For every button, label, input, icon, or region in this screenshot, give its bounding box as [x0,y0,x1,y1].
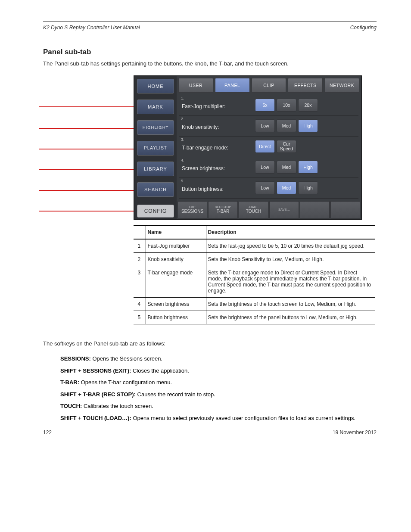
opt-5x[interactable]: 5x [255,99,275,112]
sidebar-search[interactable]: SEARCH [137,182,174,197]
th-desc: Description [206,225,375,239]
screenshot-figure: HOME MARK HIGHLIGHT PLAYLIST LIBRARY SEA… [121,75,362,220]
opt-med[interactable]: Med [277,119,296,132]
cell-num: 5 [134,311,146,324]
row-number: 5. [181,179,184,183]
softkey-text: Causes the record train to stop. [137,391,215,398]
opt-cur-speed[interactable]: Cur Speed [277,140,296,153]
softkey-sessions[interactable]: EXIT SESSIONS [177,201,207,218]
section-panel-subtab: Panel sub-tab The Panel sub-tab has sett… [43,48,377,68]
cell-num: 1 [134,239,146,253]
page-number: 122 [43,429,52,436]
opt-20x[interactable]: 20x [298,99,318,112]
cell-num: 3 [134,266,146,297]
opt-med[interactable]: Med [277,161,296,174]
sidebar-config[interactable]: CONFIG [137,205,174,218]
cell-desc: Sets the brightness of the panel buttons… [206,311,375,324]
settings-rows: 1. Fast-Jog multiplier: 5x 10x 20x 2. Kn… [179,95,358,199]
softkey-item: SHIFT + TOUCH (LOAD…): Opens menu to sel… [60,414,377,422]
softkey-text: Opens menu to select previously saved us… [133,415,355,421]
th-num [134,225,146,239]
softkey-tiny: SAVE… [278,208,290,212]
opt-direct[interactable]: Direct [255,140,275,153]
softkey-tbar[interactable]: REC STOP T-BAR [208,201,238,218]
sidebar-highlight[interactable]: HIGHLIGHT [137,120,174,135]
softkey-item: T-BAR: Opens the T-bar configuration men… [60,379,377,386]
softkey-text: Closes the application. [133,367,189,374]
softkey-touch[interactable]: LOAD… TOUCH [239,201,268,218]
row-number: 3. [181,137,184,142]
softkey-main: T-BAR [217,209,229,214]
row-screen-bright: 4. Screen brightness: Low Med High [179,157,358,178]
opt-low[interactable]: Low [255,181,275,194]
opt-10x[interactable]: 10x [277,99,296,112]
row-number: 4. [181,158,184,162]
running-head-left: K2 Dyno S Replay Controller User Manual [43,25,140,31]
tab-clip[interactable]: CLIP [252,78,286,93]
softkey-blank1[interactable] [300,201,330,218]
sidebar-mark[interactable]: MARK [137,100,174,114]
softkey-text: Opens the Sessions screen. [92,355,162,362]
sidebar-library[interactable]: LIBRARY [137,162,174,176]
table-row: 1 Fast-Jog multiplier Sets the fast-jog … [134,239,375,253]
softkey-label: T-BAR: [60,379,79,386]
row-knob-sens: 2. Knob sensitivity: Low Med High [179,116,358,137]
softkey-save[interactable]: SAVE… [269,201,299,218]
softkey-text: Calibrates the touch screen. [84,403,153,409]
cell-desc: Sets the Knob Sensitivity to Low, Medium… [206,252,375,266]
running-head-right: Configuring [350,25,377,31]
opt-high[interactable]: High [298,181,318,194]
sidebar-playlist[interactable]: PLAYLIST [137,141,174,156]
opt-med[interactable]: Med [277,181,296,194]
opt-high[interactable]: High [298,161,318,174]
row-button-bright: 5. Button brightness: Low Med High [179,178,358,199]
softkey-label: SHIFT + TOUCH (LOAD…): [60,415,131,421]
softkey-tiny: LOAD… [248,205,260,209]
softkey-blank2[interactable] [330,201,360,218]
cell-desc: Sets the T-bar engage mode to Direct or … [206,266,375,297]
opt-high[interactable]: High [298,119,318,132]
cell-desc: Sets the fast-jog speed to be 5, 10 or 2… [206,239,375,253]
bottom-softkeys: EXIT SESSIONS REC STOP T-BAR LOAD… TOUCH… [177,201,360,218]
softkey-label: SHIFT + SESSIONS (EXIT): [60,367,131,374]
tab-network[interactable]: NETWORK [324,78,359,93]
settings-table: Name Description 1 Fast-Jog multiplier S… [134,225,375,324]
cell-desc: Sets the brightness of the touch screen … [206,297,375,311]
row-label: Fast-Jog multiplier: [182,103,255,109]
sidebar-home[interactable]: HOME [137,79,174,93]
row-number: 1. [181,96,184,100]
row-fast-jog: 1. Fast-Jog multiplier: 5x 10x 20x [179,95,358,116]
softkey-tiny: EXIT [189,205,196,209]
footer-date: 19 November 2012 [333,429,377,436]
cell-num: 4 [134,297,146,311]
softkey-intro: The softkeys on the Panel sub-tab are as… [43,340,377,348]
row-label: Button brightness: [182,186,255,192]
row-tbar-engage: 3. T-bar engage mode: Direct Cur Speed [179,137,358,157]
top-tabs: USER PANEL CLIP EFFECTS NETWORK [177,77,360,93]
cell-name: Knob sensitivity [146,252,206,266]
softkey-item: TOUCH: Calibrates the touch screen. [60,402,377,410]
row-label: Screen brightness: [182,165,255,171]
softkey-item: SESSIONS: Opens the Sessions screen. [60,355,377,363]
softkey-item: SHIFT + SESSIONS (EXIT): Closes the appl… [60,367,377,375]
softkey-tiny: REC STOP [215,205,231,209]
table-row: 4 Screen brightness Sets the brightness … [134,297,375,311]
tab-panel[interactable]: PANEL [215,78,250,93]
row-label: Knob sensitivity: [182,124,255,130]
softkey-label: TOUCH: [60,403,82,409]
table-row: 5 Button brightness Sets the brightness … [134,311,375,324]
section-body: The Panel sub-tab has settings pertainin… [43,60,377,68]
softkey-text: Opens the T-bar configuration menu. [81,379,172,386]
tab-user[interactable]: USER [178,78,213,93]
cell-name: Screen brightness [146,297,206,311]
cell-name: Button brightness [146,311,206,324]
softkey-item: SHIFT + T-BAR (REC STOP): Causes the rec… [60,391,377,398]
tab-effects[interactable]: EFFECTS [288,78,323,93]
opt-low[interactable]: Low [255,119,275,132]
opt-low[interactable]: Low [255,161,275,174]
softkey-label: SESSIONS: [60,355,91,362]
table-row: 2 Knob sensitivity Sets the Knob Sensiti… [134,252,375,266]
softkey-main: SESSIONS [181,209,203,214]
softkey-section: The softkeys on the Panel sub-tab are as… [43,340,377,422]
cell-name: Fast-Jog multiplier [146,239,206,253]
